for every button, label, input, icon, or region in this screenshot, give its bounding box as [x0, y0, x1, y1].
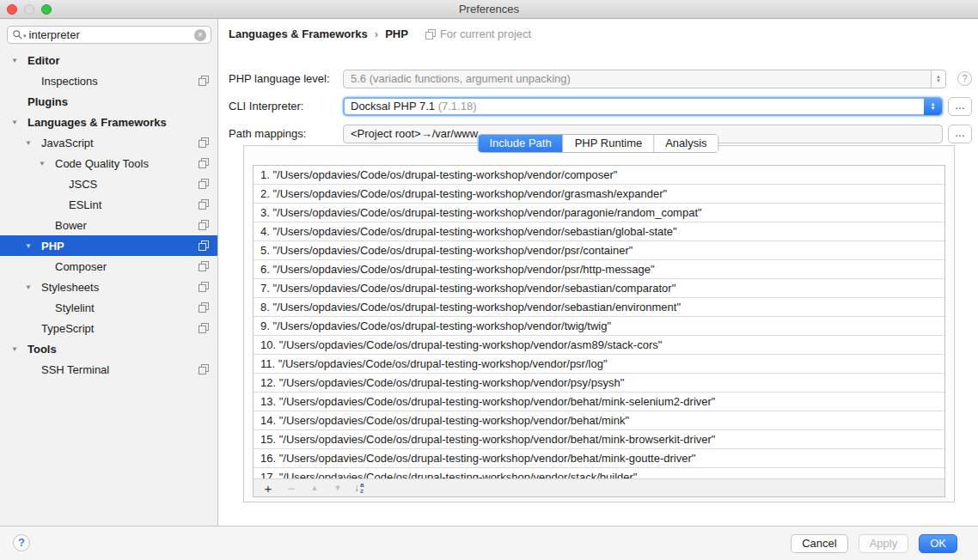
sidebar-item-php[interactable]: ▼PHP — [0, 235, 217, 256]
move-up-icon[interactable]: ▲ — [308, 482, 321, 495]
clear-search-icon[interactable]: × — [194, 29, 206, 41]
include-path-row[interactable]: 12. "/Users/opdavies/Code/os/drupal-test… — [254, 374, 944, 393]
search-icon — [12, 29, 23, 40]
include-path-row[interactable]: 5. "/Users/opdavies/Code/os/drupal-testi… — [254, 241, 944, 260]
combo-arrows-icon: ▲▼ — [924, 98, 942, 115]
cli-interpreter-select[interactable]: Docksal PHP 7.1 (7.1.18) ▲▼ — [343, 97, 943, 116]
sidebar-item-label: JavaScript — [41, 137, 94, 149]
sidebar-item-editor[interactable]: ▼Editor — [0, 50, 217, 70]
expand-arrow-icon[interactable]: ▼ — [36, 160, 55, 167]
shared-settings-icon — [199, 76, 209, 86]
include-path-row[interactable]: 9. "/Users/opdavies/Code/os/drupal-testi… — [254, 317, 944, 336]
expand-arrow-icon[interactable]: ▼ — [9, 119, 28, 126]
search-options-caret-icon[interactable]: ▾ — [23, 33, 27, 40]
sidebar-item-label: Editor — [28, 54, 60, 67]
sort-alphabetically-icon[interactable]: ↓ a z — [354, 482, 364, 494]
shared-settings-icon — [199, 302, 209, 313]
add-icon[interactable]: + — [261, 482, 275, 495]
path-mappings-browse-button[interactable]: … — [948, 125, 972, 143]
sidebar-item-bower[interactable]: Bower — [0, 215, 217, 235]
include-path-row[interactable]: 16. "/Users/opdavies/Code/os/drupal-test… — [254, 449, 944, 468]
dialog-footer: ? Cancel Apply OK — [0, 526, 978, 560]
sidebar-item-tools[interactable]: ▼Tools — [0, 338, 217, 359]
zoom-button[interactable] — [41, 4, 52, 15]
sidebar-item-label: Stylesheets — [41, 281, 99, 294]
shared-settings-icon — [199, 158, 209, 168]
sidebar-item-stylesheets[interactable]: ▼Stylesheets — [0, 277, 217, 297]
shared-settings-icon — [199, 282, 209, 292]
sidebar-item-label: Composer — [55, 260, 107, 273]
cancel-button[interactable]: Cancel — [791, 534, 847, 553]
include-path-row[interactable]: 17. "/Users/opdavies/Code/os/drupal-test… — [254, 468, 944, 478]
breadcrumb-separator-icon: › — [375, 27, 378, 40]
sidebar-item-languages-frameworks[interactable]: ▼Languages & Frameworks — [0, 112, 217, 132]
shared-settings-icon — [199, 323, 209, 333]
sidebar-item-label: SSH Terminal — [41, 363, 109, 376]
include-path-row[interactable]: 6. "/Users/opdavies/Code/os/drupal-testi… — [254, 260, 944, 279]
include-path-row[interactable]: 11. "/Users/opdavies/Code/os/drupal-test… — [254, 355, 944, 374]
sidebar-item-javascript[interactable]: ▼JavaScript — [0, 132, 217, 153]
sidebar-item-jscs[interactable]: JSCS — [0, 173, 217, 194]
include-path-row[interactable]: 10. "/Users/opdavies/Code/os/drupal-test… — [254, 336, 944, 355]
sidebar-item-inspections[interactable]: Inspections — [0, 70, 217, 91]
sidebar-item-composer[interactable]: Composer — [0, 256, 217, 277]
tab-analysis[interactable]: Analysis — [654, 135, 718, 152]
shared-settings-icon — [199, 199, 209, 210]
include-path-list: 1. "/Users/opdavies/Code/os/drupal-testi… — [254, 166, 944, 478]
sidebar-item-code-quality-tools[interactable]: ▼Code Quality Tools — [0, 153, 217, 173]
shared-settings-icon — [199, 137, 209, 148]
cli-interpreter-value: Docksal PHP 7.1 — [351, 100, 435, 113]
tab-include-path[interactable]: Include Path — [478, 135, 563, 152]
close-button[interactable] — [7, 4, 17, 15]
move-down-icon[interactable]: ▼ — [331, 482, 345, 495]
settings-sidebar: ▾ × ▼EditorInspectionsPlugins▼Languages … — [0, 19, 218, 526]
help-icon[interactable]: ? — [957, 71, 972, 86]
remove-icon[interactable]: − — [284, 482, 298, 495]
sidebar-item-label: Bower — [55, 219, 87, 232]
list-toolbar: + − ▲ ▼ ↓ a z — [254, 478, 944, 496]
expand-arrow-icon[interactable]: ▼ — [9, 57, 28, 64]
search-field[interactable]: ▾ × — [7, 26, 211, 44]
include-path-row[interactable]: 3. "/Users/opdavies/Code/os/drupal-testi… — [254, 204, 944, 222]
apply-button[interactable]: Apply — [859, 534, 909, 553]
sidebar-item-label: Stylelint — [55, 301, 95, 314]
sidebar-item-plugins[interactable]: Plugins — [0, 91, 217, 112]
tab-php-runtime[interactable]: PHP Runtime — [564, 135, 655, 152]
include-path-row[interactable]: 7. "/Users/opdavies/Code/os/drupal-testi… — [254, 279, 944, 298]
search-input[interactable] — [29, 28, 194, 41]
include-path-row[interactable]: 4. "/Users/opdavies/Code/os/drupal-testi… — [254, 222, 944, 241]
include-path-row[interactable]: 8. "/Users/opdavies/Code/os/drupal-testi… — [254, 298, 944, 317]
titlebar: Preferences — [0, 0, 978, 19]
language-level-select[interactable]: 5.6 (variadic functions, argument unpack… — [343, 70, 946, 88]
expand-arrow-icon[interactable]: ▼ — [22, 283, 41, 291]
shared-settings-icon — [199, 220, 209, 230]
include-path-row[interactable]: 14. "/Users/opdavies/Code/os/drupal-test… — [254, 411, 944, 430]
sidebar-item-ssh-terminal[interactable]: SSH Terminal — [0, 359, 217, 380]
include-path-panel: 1. "/Users/opdavies/Code/os/drupal-testi… — [243, 145, 955, 502]
include-path-row[interactable]: 13. "/Users/opdavies/Code/os/drupal-test… — [254, 393, 944, 411]
window-controls — [7, 4, 52, 15]
expand-arrow-icon[interactable]: ▼ — [22, 242, 41, 250]
sidebar-item-label: Code Quality Tools — [55, 157, 149, 170]
help-icon[interactable]: ? — [13, 534, 30, 551]
minimize-button[interactable] — [24, 4, 34, 15]
cli-interpreter-browse-button[interactable]: … — [948, 97, 972, 116]
combo-arrows-icon: ▲▼ — [931, 70, 945, 88]
expand-arrow-icon[interactable]: ▼ — [9, 345, 28, 353]
preferences-window: Preferences ▾ × ▼EditorInspectionsPlugin… — [0, 0, 978, 560]
shared-settings-icon — [199, 179, 209, 189]
breadcrumb-parent[interactable]: Languages & Frameworks — [229, 27, 368, 40]
sidebar-item-typescript[interactable]: TypeScript — [0, 318, 217, 338]
include-path-row[interactable]: 1. "/Users/opdavies/Code/os/drupal-testi… — [254, 166, 944, 185]
expand-arrow-icon[interactable]: ▼ — [22, 139, 41, 147]
breadcrumb: Languages & Frameworks › PHP For current… — [229, 27, 531, 40]
path-mappings-label: Path mappings: — [229, 125, 306, 143]
shared-settings-icon — [199, 364, 209, 374]
include-path-row[interactable]: 15. "/Users/opdavies/Code/os/drupal-test… — [254, 430, 944, 449]
sidebar-item-label: PHP — [41, 240, 64, 253]
sidebar-item-label: Plugins — [28, 95, 68, 108]
include-path-row[interactable]: 2. "/Users/opdavies/Code/os/drupal-testi… — [254, 185, 944, 204]
sidebar-item-stylelint[interactable]: Stylelint — [0, 297, 217, 318]
sidebar-item-eslint[interactable]: ESLint — [0, 194, 217, 215]
ok-button[interactable]: OK — [919, 534, 957, 553]
